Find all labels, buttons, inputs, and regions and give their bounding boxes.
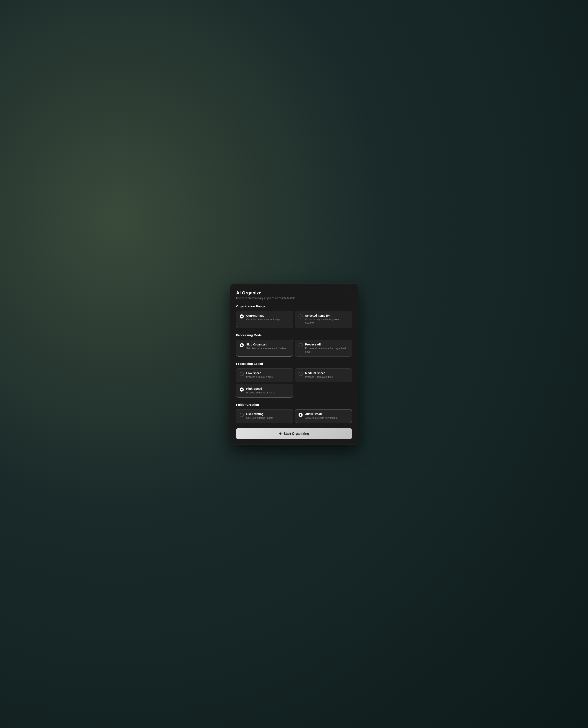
option-low-speed-label: Low Speed bbox=[246, 371, 290, 375]
organization-range-title: Organization Range bbox=[236, 305, 352, 308]
radio-inner-skip-organized bbox=[241, 345, 243, 346]
option-high-speed-text: High Speed Process 10 items at a time bbox=[246, 387, 290, 394]
radio-inner-allow-create bbox=[300, 414, 301, 416]
close-button[interactable]: × bbox=[348, 290, 352, 295]
option-skip-organized-text: Skip Organized Skip items that are alrea… bbox=[246, 343, 290, 350]
option-high-speed-label: High Speed bbox=[246, 387, 290, 390]
option-use-existing-label: Use Existing bbox=[246, 412, 290, 416]
dialog-title: AI Organize bbox=[236, 290, 261, 296]
start-organizing-button[interactable]: ✦ Start Organizing bbox=[236, 428, 352, 439]
option-current-page-text: Current Page Organize items in current p… bbox=[246, 314, 290, 321]
radio-allow-create bbox=[298, 413, 303, 417]
option-skip-organized[interactable]: Skip Organized Skip items that are alrea… bbox=[236, 340, 293, 357]
radio-current-page bbox=[240, 314, 244, 318]
option-allow-create-text: Allow Create Allow AI to create new fold… bbox=[305, 412, 348, 420]
option-use-existing-text: Use Existing Only use existing folders bbox=[246, 412, 290, 420]
folder-creation-options: Use Existing Only use existing folders A… bbox=[236, 409, 352, 423]
radio-high-speed bbox=[240, 388, 244, 392]
option-allow-create-label: Allow Create bbox=[305, 412, 348, 416]
option-medium-speed-desc: Process 3 items at a time bbox=[305, 375, 348, 379]
radio-inner-current-page bbox=[241, 316, 243, 317]
option-selected-items[interactable]: Selected Items (0) Organize only the ite… bbox=[295, 311, 352, 328]
option-current-page[interactable]: Current Page Organize items in current p… bbox=[236, 311, 293, 328]
radio-selected-items bbox=[298, 314, 303, 318]
radio-medium-speed bbox=[298, 372, 303, 376]
option-low-speed-text: Low Speed Process 1 item at a time bbox=[246, 371, 290, 379]
option-low-speed-desc: Process 1 item at a time bbox=[246, 375, 290, 379]
option-low-speed[interactable]: Low Speed Process 1 item at a time bbox=[236, 368, 293, 382]
organization-range-options: Current Page Organize items in current p… bbox=[236, 311, 352, 328]
option-use-existing[interactable]: Use Existing Only use existing folders bbox=[236, 409, 293, 423]
option-medium-speed-label: Medium Speed bbox=[305, 371, 348, 375]
processing-speed-bottom-options: High Speed Process 10 items at a time bbox=[236, 384, 352, 398]
option-current-page-desc: Organize items in current page bbox=[246, 318, 290, 321]
option-selected-items-desc: Organize only the items you've selected bbox=[305, 318, 348, 325]
sparkle-icon: ✦ bbox=[279, 432, 282, 436]
radio-process-all bbox=[298, 343, 303, 347]
start-button-label: Start Organizing bbox=[284, 432, 309, 436]
option-high-speed-desc: Process 10 items at a time bbox=[246, 391, 290, 394]
processing-speed-title: Processing Speed bbox=[236, 362, 352, 366]
option-skip-organized-label: Skip Organized bbox=[246, 343, 290, 346]
processing-mode-title: Processing Mode bbox=[236, 333, 352, 337]
option-process-all[interactable]: Process All Process all items including … bbox=[295, 340, 352, 357]
dialog-subtitle: Use AI to automatically organize items i… bbox=[236, 296, 352, 299]
option-allow-create[interactable]: Allow Create Allow AI to create new fold… bbox=[295, 409, 352, 423]
option-selected-items-text: Selected Items (0) Organize only the ite… bbox=[305, 314, 348, 325]
folder-creation-title: Folder Creation bbox=[236, 403, 352, 407]
radio-low-speed bbox=[240, 372, 244, 376]
option-allow-create-desc: Allow AI to create new folders bbox=[305, 416, 348, 420]
option-medium-speed-text: Medium Speed Process 3 items at a time bbox=[305, 371, 348, 379]
ai-organize-dialog: AI Organize × Use AI to automatically or… bbox=[230, 284, 358, 444]
option-process-all-label: Process All bbox=[305, 343, 348, 346]
option-skip-organized-desc: Skip items that are already in folders bbox=[246, 347, 290, 350]
option-medium-speed[interactable]: Medium Speed Process 3 items at a time bbox=[295, 368, 352, 382]
option-high-speed[interactable]: High Speed Process 10 items at a time bbox=[236, 384, 293, 398]
dialog-header: AI Organize × bbox=[236, 290, 352, 296]
option-process-all-desc: Process all items including organized on… bbox=[305, 347, 348, 354]
processing-mode-options: Skip Organized Skip items that are alrea… bbox=[236, 340, 352, 357]
radio-use-existing bbox=[240, 413, 244, 417]
option-selected-items-label: Selected Items (0) bbox=[305, 314, 348, 317]
processing-speed-top-options: Low Speed Process 1 item at a time Mediu… bbox=[236, 368, 352, 382]
option-process-all-text: Process All Process all items including … bbox=[305, 343, 348, 354]
option-current-page-label: Current Page bbox=[246, 314, 290, 317]
folder-creation-section: Folder Creation Use Existing Only use ex… bbox=[236, 403, 352, 423]
processing-speed-section: Processing Speed Low Speed Process 1 ite… bbox=[236, 362, 352, 398]
radio-inner-high-speed bbox=[241, 389, 243, 390]
processing-mode-section: Processing Mode Skip Organized Skip item… bbox=[236, 333, 352, 357]
radio-skip-organized bbox=[240, 343, 244, 347]
option-use-existing-desc: Only use existing folders bbox=[246, 416, 290, 420]
organization-range-section: Organization Range Current Page Organize… bbox=[236, 305, 352, 328]
